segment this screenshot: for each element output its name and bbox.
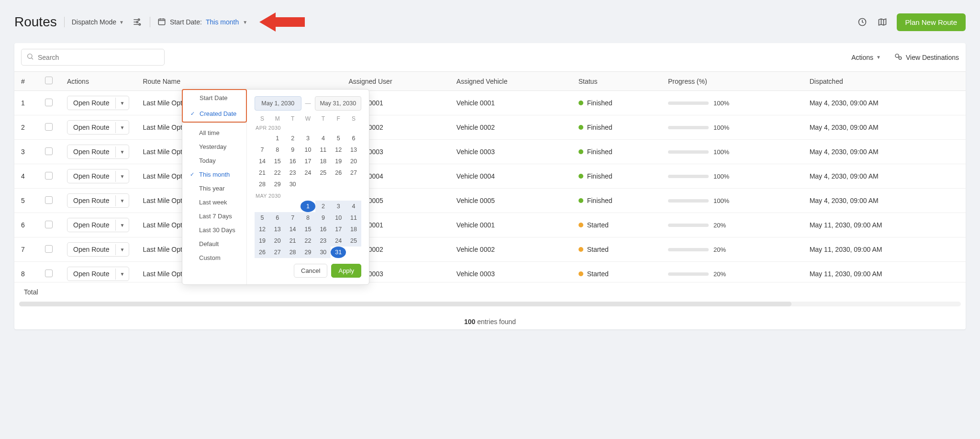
calendar-day[interactable]: 13 — [346, 144, 361, 156]
calendar-day[interactable]: 8 — [270, 144, 285, 156]
calendar-day[interactable]: 17 — [301, 156, 316, 167]
open-route-button[interactable]: Open Route▼ — [67, 96, 129, 110]
plan-new-route-button[interactable]: Plan New Route — [897, 13, 966, 31]
calendar-day[interactable]: 22 — [270, 167, 285, 179]
range-this-month[interactable]: ✓This month — [182, 168, 246, 181]
calendar-day[interactable]: 1 — [301, 201, 316, 212]
calendar-day[interactable]: 19 — [331, 156, 346, 167]
calendar-day[interactable]: 9 — [315, 212, 331, 224]
calendar-day[interactable]: 16 — [315, 224, 331, 235]
row-checkbox[interactable] — [45, 245, 53, 253]
row-checkbox[interactable] — [45, 270, 53, 277]
range-today[interactable]: Today — [182, 154, 246, 168]
calendar-day[interactable]: 10 — [301, 144, 316, 156]
calendar-day[interactable]: 14 — [285, 224, 301, 235]
start-date-filter[interactable]: Start Date: This month ▼ — [157, 17, 247, 27]
calendar-day[interactable]: 12 — [255, 224, 270, 235]
calendar-day[interactable]: 21 — [285, 235, 301, 247]
calendar-day[interactable]: 30 — [315, 247, 331, 258]
row-checkbox[interactable] — [45, 147, 53, 155]
open-route-button[interactable]: Open Route▼ — [67, 169, 129, 183]
chevron-down-icon[interactable]: ▼ — [115, 171, 129, 182]
basis-start-date[interactable]: Start Date — [183, 90, 246, 106]
row-checkbox[interactable] — [45, 99, 53, 106]
calendar-day[interactable]: 5 — [331, 133, 346, 144]
calendar-day[interactable]: 13 — [270, 224, 285, 235]
calendar-day[interactable]: 31 — [331, 247, 346, 258]
calendar-day[interactable]: 1 — [270, 133, 285, 144]
horizontal-scrollbar[interactable] — [19, 302, 961, 306]
open-route-button[interactable]: Open Route▼ — [67, 242, 129, 257]
calendar-day[interactable]: 21 — [255, 167, 270, 179]
range-last-week[interactable]: Last week — [182, 195, 246, 209]
range-last-30[interactable]: Last 30 Days — [182, 223, 246, 237]
calendar-day[interactable]: 6 — [346, 133, 361, 144]
chevron-down-icon[interactable]: ▼ — [115, 146, 129, 158]
calendar-day[interactable]: 17 — [331, 224, 346, 235]
calendar-day[interactable]: 12 — [331, 144, 346, 156]
calendar-day[interactable]: 19 — [255, 235, 270, 247]
calendar-day[interactable]: 28 — [285, 247, 301, 258]
search-input[interactable] — [38, 54, 159, 61]
map-icon[interactable] — [877, 16, 888, 28]
chevron-down-icon[interactable]: ▼ — [115, 244, 129, 255]
range-default[interactable]: Default — [182, 237, 246, 251]
calendar-day[interactable]: 2 — [315, 201, 331, 212]
calendar-day[interactable]: 11 — [346, 212, 361, 224]
calendar-day[interactable]: 11 — [315, 144, 331, 156]
row-checkbox[interactable] — [45, 196, 53, 204]
view-destinations-button[interactable]: View Destinations — [894, 53, 959, 62]
calendar-day[interactable]: 26 — [255, 247, 270, 258]
calendar-day[interactable]: 7 — [255, 144, 270, 156]
date-cancel-button[interactable]: Cancel — [294, 264, 327, 278]
calendar-day[interactable]: 25 — [315, 167, 331, 179]
date-apply-button[interactable]: Apply — [331, 264, 361, 278]
calendar-day[interactable]: 29 — [301, 247, 316, 258]
chevron-down-icon[interactable]: ▼ — [115, 220, 129, 231]
calendar-day[interactable]: 20 — [270, 235, 285, 247]
date-from-input[interactable]: May 1, 2030 — [255, 96, 301, 111]
calendar-day[interactable]: 23 — [315, 235, 331, 247]
date-to-input[interactable]: May 31, 2030 — [315, 96, 362, 111]
calendar-day[interactable]: 8 — [301, 212, 316, 224]
open-route-button[interactable]: Open Route▼ — [67, 120, 129, 135]
range-custom[interactable]: Custom — [182, 251, 246, 265]
range-last-7[interactable]: Last 7 Days — [182, 209, 246, 223]
dispatch-mode-dropdown[interactable]: Dispatch Mode ▼ — [72, 18, 124, 26]
range-all-time[interactable]: All time — [182, 126, 246, 140]
actions-dropdown[interactable]: Actions ▼ — [851, 54, 881, 61]
calendar-day[interactable]: 10 — [331, 212, 346, 224]
calendar-day[interactable]: 27 — [346, 167, 361, 179]
open-route-button[interactable]: Open Route▼ — [67, 218, 129, 232]
search-input-wrap[interactable] — [21, 49, 165, 66]
calendar-day[interactable]: 22 — [301, 235, 316, 247]
calendar-day[interactable]: 26 — [331, 167, 346, 179]
calendar-day[interactable]: 28 — [255, 179, 270, 190]
calendar-day[interactable]: 27 — [270, 247, 285, 258]
row-checkbox[interactable] — [45, 123, 53, 131]
calendar-day[interactable]: 14 — [255, 156, 270, 167]
range-yesterday[interactable]: Yesterday — [182, 140, 246, 154]
calendar-day[interactable]: 18 — [346, 224, 361, 235]
chevron-down-icon[interactable]: ▼ — [115, 122, 129, 133]
chevron-down-icon[interactable]: ▼ — [115, 98, 129, 109]
calendar-day[interactable]: 15 — [270, 156, 285, 167]
calendar-day[interactable]: 25 — [346, 235, 361, 247]
basis-created-date[interactable]: ✓Created Date — [183, 106, 246, 122]
calendar-day[interactable]: 15 — [301, 224, 316, 235]
calendar-day[interactable]: 24 — [301, 167, 316, 179]
tune-icon[interactable] — [131, 16, 143, 28]
calendar-day[interactable]: 20 — [346, 156, 361, 167]
clock-icon[interactable] — [857, 16, 868, 28]
calendar-day[interactable]: 30 — [285, 179, 301, 190]
open-route-button[interactable]: Open Route▼ — [67, 193, 129, 208]
calendar-day[interactable]: 16 — [285, 156, 301, 167]
calendar-day[interactable]: 9 — [285, 144, 301, 156]
calendar-day[interactable]: 18 — [315, 156, 331, 167]
row-checkbox[interactable] — [45, 221, 53, 228]
chevron-down-icon[interactable]: ▼ — [115, 269, 129, 280]
calendar-day[interactable]: 23 — [285, 167, 301, 179]
row-checkbox[interactable] — [45, 172, 53, 180]
select-all-checkbox[interactable] — [45, 77, 53, 84]
calendar-day[interactable]: 2 — [285, 133, 301, 144]
